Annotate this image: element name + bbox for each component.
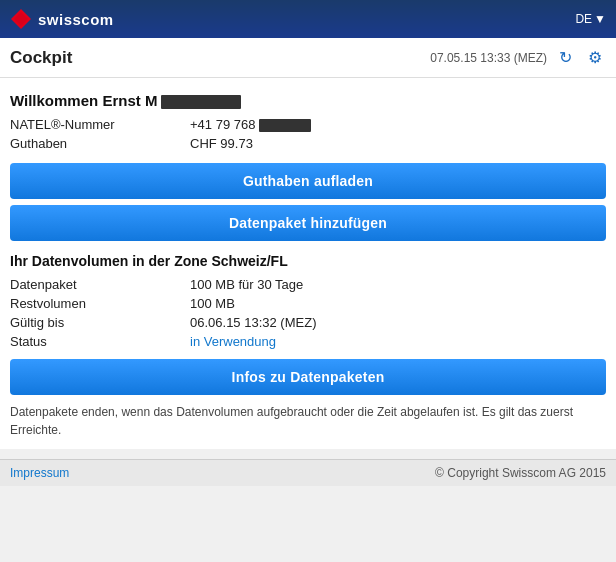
header-actions: 07.05.15 13:33 (MEZ) ↻ ⚙ <box>430 46 606 69</box>
phone-redacted <box>259 119 311 132</box>
impressum-link[interactable]: Impressum <box>10 466 69 480</box>
gueltig-bis-label: Gültig bis <box>10 313 190 332</box>
natel-value: +41 79 768 <box>190 115 606 134</box>
info-data-button[interactable]: Infos zu Datenpaketen <box>10 359 606 395</box>
restvolumen-label: Restvolumen <box>10 294 190 313</box>
balance-label: Guthaben <box>10 134 190 153</box>
brand-name: swisscom <box>38 11 114 28</box>
data-info-table: Datenpaket 100 MB für 30 Tage Restvolume… <box>10 275 606 351</box>
sub-header: Cockpit 07.05.15 13:33 (MEZ) ↻ ⚙ <box>0 38 616 78</box>
top-bar: swisscom DE ▼ <box>0 0 616 38</box>
add-data-button[interactable]: Datenpaket hinzufügen <box>10 205 606 241</box>
welcome-heading: Willkommen Ernst M <box>10 92 606 109</box>
lang-chevron-icon: ▼ <box>594 12 606 26</box>
name-redacted <box>161 95 241 109</box>
datenpaket-label: Datenpaket <box>10 275 190 294</box>
balance-row: Guthaben CHF 99.73 <box>10 134 606 153</box>
settings-button[interactable]: ⚙ <box>584 46 606 69</box>
status-badge: in Verwendung <box>190 334 276 349</box>
balance-value: CHF 99.73 <box>190 134 606 153</box>
logo-icon <box>10 8 32 30</box>
restvolumen-row: Restvolumen 100 MB <box>10 294 606 313</box>
refresh-button[interactable]: ↻ <box>555 46 576 69</box>
datenpaket-value: 100 MB für 30 Tage <box>190 275 606 294</box>
natel-label: NATEL®-Nummer <box>10 115 190 134</box>
natel-row: NATEL®-Nummer +41 79 768 <box>10 115 606 134</box>
recharge-button[interactable]: Guthaben aufladen <box>10 163 606 199</box>
status-label: Status <box>10 332 190 351</box>
status-row: Status in Verwendung <box>10 332 606 351</box>
main-content: Willkommen Ernst M NATEL®-Nummer +41 79 … <box>0 78 616 449</box>
datetime-display: 07.05.15 13:33 (MEZ) <box>430 51 547 65</box>
datenpaket-row: Datenpaket 100 MB für 30 Tage <box>10 275 606 294</box>
footer: Impressum © Copyright Swisscom AG 2015 <box>0 459 616 486</box>
language-selector[interactable]: DE ▼ <box>575 12 606 26</box>
gueltig-bis-value: 06.06.15 13:32 (MEZ) <box>190 313 606 332</box>
brand-logo: swisscom <box>10 8 114 30</box>
copyright-text: © Copyright Swisscom AG 2015 <box>435 466 606 480</box>
status-value: in Verwendung <box>190 332 606 351</box>
gueltig-bis-row: Gültig bis 06.06.15 13:32 (MEZ) <box>10 313 606 332</box>
lang-label: DE <box>575 12 592 26</box>
restvolumen-value: 100 MB <box>190 294 606 313</box>
page-title: Cockpit <box>10 48 72 68</box>
user-info-table: NATEL®-Nummer +41 79 768 Guthaben CHF 99… <box>10 115 606 153</box>
data-section-title: Ihr Datenvolumen in der Zone Schweiz/FL <box>10 253 606 269</box>
disclaimer-text: Datenpakete enden, wenn das Datenvolumen… <box>10 403 606 439</box>
